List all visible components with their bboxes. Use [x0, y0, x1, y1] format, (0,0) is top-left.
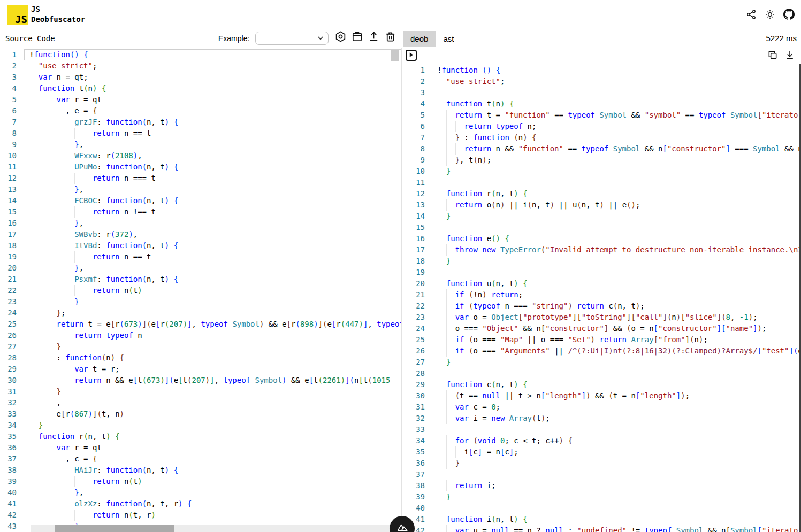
indent-guide [39, 296, 39, 307]
line-number: 29 [0, 364, 24, 375]
line-content: Psxmf: function(n, t) { [24, 274, 401, 285]
source-vertical-scrollbar[interactable] [391, 50, 399, 61]
line-content: function r(n, t) { [432, 188, 801, 199]
indent-guide [57, 274, 57, 285]
line-number: 2 [402, 76, 432, 87]
tab-ast[interactable]: ast [436, 31, 461, 47]
share-button[interactable] [745, 9, 757, 21]
indent-guide [455, 121, 456, 132]
output-code-editor[interactable]: 1!function () {2"use strict";34function … [402, 65, 801, 532]
indent-guide [57, 184, 57, 195]
line-content: } [24, 296, 401, 307]
indent-guide [39, 218, 39, 229]
code-line: 38return i; [402, 480, 801, 491]
line-content: function u(n, t) { [432, 278, 801, 289]
indent-guide [39, 442, 39, 453]
source-editor-pane: 1!function() {2"use strict";3var n = qt;… [0, 48, 401, 532]
line-content: HAiJr: function(n, t) { [24, 465, 401, 476]
code-line: 11 [402, 177, 801, 188]
indent-guide [446, 323, 447, 334]
github-icon [783, 9, 795, 21]
indent-guide [39, 274, 39, 285]
line-content: e[r(867)](t, n) [24, 408, 401, 420]
indent-guide [57, 251, 57, 263]
theme-toggle-button[interactable] [764, 9, 776, 21]
code-line: 35function r(n, t) { [0, 431, 401, 442]
line-number: 33 [402, 424, 432, 435]
code-line: 19 [402, 267, 801, 278]
line-content: : function(n) { [24, 352, 401, 364]
code-line: 29var t = r; [0, 364, 401, 375]
output-minibar [402, 48, 801, 63]
indent-guide [39, 498, 39, 510]
line-number: 36 [402, 458, 432, 469]
clear-button[interactable] [384, 32, 396, 43]
line-number: 40 [402, 503, 432, 514]
app-title-line1: JS [31, 4, 85, 14]
code-line: 42return n(t, r) [0, 510, 401, 521]
code-line: 9}, t(n); [402, 155, 801, 166]
copy-output-button[interactable] [767, 50, 779, 61]
upload-button[interactable] [368, 32, 379, 43]
code-line: 5return t = "function" == typeof Symbol … [402, 110, 801, 121]
line-content: "use strict"; [24, 60, 401, 72]
code-line: 7} : function (n) { [402, 132, 801, 143]
line-content: return n(t, r) [24, 510, 401, 521]
source-code-label: Source Code [5, 34, 55, 43]
indent-guide [39, 375, 39, 386]
line-number: 12 [402, 188, 432, 199]
line-content: olzXz: function(n, t, r) { [24, 498, 401, 510]
source-horizontal-scrollbar[interactable] [31, 525, 394, 532]
indent-guide [39, 352, 39, 364]
line-content: } [432, 458, 801, 469]
line-number: 29 [402, 379, 432, 390]
line-content [432, 368, 801, 379]
indent-guide [39, 184, 39, 195]
settings-button[interactable] [334, 32, 346, 43]
indent-guide [39, 510, 39, 521]
line-number: 24 [402, 323, 432, 334]
line-content [432, 503, 801, 514]
line-number: 43 [0, 521, 24, 532]
line-content: if (o === "Arguments" || /^(?:Ui|I)nt(?:… [432, 345, 801, 357]
source-code-editor[interactable]: 1!function() {2"use strict";3var n = qt;… [0, 49, 401, 532]
code-line: 18ItVBd: function(n, t) { [0, 240, 401, 251]
line-number: 21 [0, 274, 24, 285]
indent-guide [446, 312, 447, 323]
line-content: UPuMo: function(n, t) { [24, 161, 401, 173]
output-vertical-scrollbar[interactable] [799, 64, 801, 532]
line-content: SWBvb: r(372), [24, 229, 401, 240]
line-content: }, [24, 263, 401, 274]
line-content: return t = e[r(673)](e[r(207)], typeof S… [24, 319, 401, 330]
line-number: 1 [0, 49, 24, 60]
code-line: 20function u(n, t) { [402, 278, 801, 289]
paste-button[interactable] [351, 32, 363, 43]
github-link-button[interactable] [783, 9, 795, 21]
indent-guide [39, 150, 39, 161]
download-output-button[interactable] [784, 50, 796, 61]
code-line: 22return n(t) [0, 285, 401, 296]
indent-guide [57, 139, 57, 150]
source-horizontal-scrollbar-thumb[interactable] [55, 525, 174, 532]
toolbar: Source Code Example: [0, 30, 801, 48]
indent-guide [39, 307, 39, 319]
line-content: if (!n) return; [432, 289, 801, 300]
code-line: 25return t = e[r(673)](e[r(207)], typeof… [0, 319, 401, 330]
line-number: 14 [0, 195, 24, 206]
line-content [432, 222, 801, 233]
line-content: var o = Object["prototype"]["toString"][… [432, 312, 801, 323]
elapsed-time: 5222 ms [766, 34, 797, 43]
line-content: throw new TypeError("Invalid attempt to … [432, 244, 801, 256]
example-select[interactable] [255, 32, 329, 45]
line-number: 7 [0, 117, 24, 128]
code-line: 23var o = Object["prototype"]["toString"… [402, 312, 801, 323]
run-button[interactable] [406, 50, 417, 61]
code-line: 4function t(n) { [402, 98, 801, 110]
indent-guide [39, 364, 39, 375]
indent-guide [39, 240, 39, 251]
tab-deob[interactable]: deob [403, 31, 436, 47]
line-number: 22 [402, 300, 432, 312]
line-content: }, [24, 218, 401, 229]
line-number: 3 [402, 87, 432, 98]
indent-guide [39, 341, 39, 352]
